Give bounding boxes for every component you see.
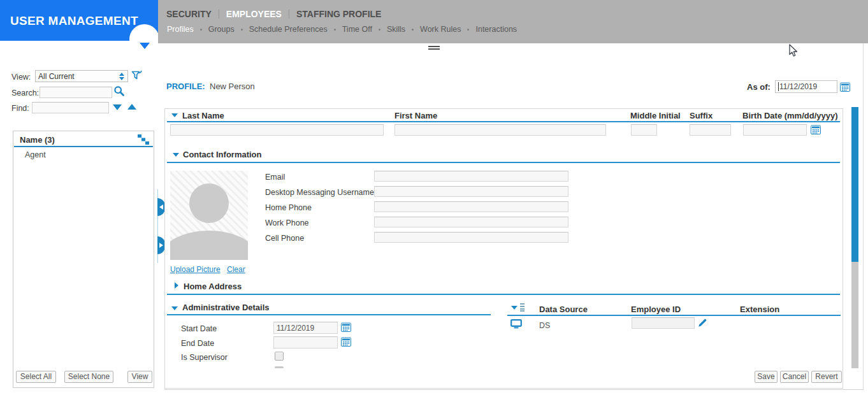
- find-label: Find:: [11, 104, 29, 113]
- filter-icon[interactable]: [131, 70, 142, 81]
- find-previous-icon[interactable]: [127, 104, 136, 110]
- subtab-groups[interactable]: Groups: [208, 25, 235, 34]
- tab-separator: [289, 10, 289, 18]
- calendar-icon[interactable]: [341, 337, 351, 347]
- tree-header: Name (3): [20, 135, 55, 145]
- profile-form-panel: Last Name First Name Middle Initial Suff…: [164, 108, 843, 389]
- content-bottom-border: [164, 389, 864, 390]
- app-title: USER MANAGEMENT: [10, 14, 138, 28]
- start-date-input[interactable]: [273, 322, 338, 334]
- profile-label: PROFILE:: [166, 82, 205, 91]
- section-divider: [167, 294, 840, 295]
- subtab-skills[interactable]: Skills: [387, 25, 405, 34]
- birth-date-input[interactable]: [743, 124, 807, 136]
- desktop-messaging-username-input[interactable]: [374, 186, 568, 197]
- column-list-icon: [520, 303, 524, 312]
- table-menu-icon[interactable]: [511, 306, 517, 310]
- spinner-icon: [119, 73, 124, 80]
- calendar-icon[interactable]: [341, 322, 351, 332]
- chevron-right-icon: [159, 243, 163, 248]
- panel-divider: [14, 146, 153, 147]
- section-divider: [167, 162, 840, 163]
- search-input[interactable]: [40, 87, 112, 98]
- tab-security[interactable]: SECURITY: [166, 9, 212, 19]
- tab-separator: [219, 10, 219, 18]
- chevron-left-icon: [159, 205, 163, 210]
- as-of-label: As of:: [747, 82, 770, 92]
- tab-employees[interactable]: EMPLOYEES: [226, 9, 282, 19]
- hierarchy-icon[interactable]: [138, 134, 149, 145]
- is-supervisor-label: Is Supervisor: [181, 353, 228, 362]
- as-of-input[interactable]: [775, 80, 837, 93]
- start-date-label: Start Date: [181, 324, 217, 333]
- first-name-header: First Name: [394, 111, 437, 120]
- revert-button[interactable]: Revert: [811, 371, 842, 383]
- desktop-messaging-username-label: Desktop Messaging Username: [265, 188, 374, 197]
- calendar-icon[interactable]: [840, 82, 850, 92]
- home-phone-input[interactable]: [374, 201, 568, 212]
- find-input[interactable]: [32, 102, 109, 113]
- last-name-input[interactable]: [170, 124, 384, 136]
- home-phone-label: Home Phone: [265, 203, 312, 212]
- collapse-section-icon[interactable]: [171, 306, 178, 310]
- select-none-button[interactable]: Select None: [64, 371, 113, 383]
- scrollbar-thumb[interactable]: [851, 107, 858, 262]
- save-button[interactable]: Save: [755, 371, 778, 383]
- collapse-section-icon[interactable]: [171, 113, 178, 117]
- subtab-work-rules[interactable]: Work Rules: [420, 25, 461, 34]
- cancel-button[interactable]: Cancel: [780, 371, 809, 383]
- view-button[interactable]: View: [127, 371, 152, 383]
- text-caret: [778, 82, 779, 91]
- chevron-down-icon: [140, 43, 150, 49]
- email-input[interactable]: [374, 171, 568, 182]
- bullet-separator: [412, 29, 414, 31]
- end-date-label: End Date: [181, 339, 214, 348]
- cell-phone-input[interactable]: [374, 232, 568, 243]
- select-all-button[interactable]: Select All: [16, 371, 56, 383]
- subtab-schedule-preferences[interactable]: Schedule Preferences: [249, 25, 328, 34]
- bullet-separator: [467, 29, 469, 31]
- find-next-icon[interactable]: [113, 104, 122, 110]
- name-tree-panel: Name (3) Agent Select All Select None Vi…: [13, 131, 154, 388]
- bullet-separator: [200, 29, 202, 31]
- suffix-input[interactable]: [690, 124, 731, 136]
- bullet-separator: [241, 29, 243, 31]
- tab-staffing-profile[interactable]: STAFFING PROFILE: [296, 9, 382, 19]
- top-nav: SECURITY EMPLOYEES STAFFING PROFILE Prof…: [158, 0, 868, 43]
- work-phone-label: Work Phone: [265, 219, 309, 227]
- end-date-input[interactable]: [273, 336, 338, 348]
- header-collapse-toggle[interactable]: [129, 24, 159, 54]
- subtab-profiles[interactable]: Profiles: [167, 25, 194, 34]
- view-select[interactable]: All Current: [35, 70, 128, 82]
- avatar: [170, 171, 248, 260]
- last-name-header: Last Name: [182, 111, 224, 120]
- is-supervisor-checkbox[interactable]: [275, 352, 284, 361]
- section-divider: [167, 314, 491, 315]
- employee-id-input[interactable]: [632, 317, 695, 329]
- expand-section-icon[interactable]: [175, 282, 178, 289]
- person-silhouette-icon: [170, 171, 248, 260]
- calendar-icon[interactable]: [811, 125, 821, 134]
- middle-initial-input[interactable]: [631, 124, 657, 136]
- birth-date-header: Birth Date (mm/dd/yyyy): [742, 111, 838, 120]
- collapse-section-icon[interactable]: [173, 153, 179, 157]
- vertical-scrollbar[interactable]: [851, 107, 858, 368]
- cell-phone-label: Cell Phone: [265, 234, 304, 243]
- subtab-time-off[interactable]: Time Off: [342, 25, 372, 34]
- home-address-section-title: Home Address: [184, 282, 242, 291]
- app-root: USER MANAGEMENT SECURITY EMPLOYEES STAFF…: [0, 0, 868, 395]
- email-label: Email: [265, 173, 285, 182]
- search-icon[interactable]: [113, 85, 125, 97]
- list-item-agent[interactable]: Agent: [25, 150, 46, 159]
- edit-pencil-icon[interactable]: [698, 318, 707, 327]
- clear-link[interactable]: Clear: [227, 265, 245, 274]
- mouse-cursor: [789, 44, 798, 57]
- work-phone-input[interactable]: [374, 217, 568, 227]
- subtab-interactions[interactable]: Interactions: [475, 25, 517, 34]
- nav-tabs: SECURITY EMPLOYEES STAFFING PROFILE: [166, 9, 381, 19]
- splitter-handle[interactable]: [428, 46, 440, 51]
- employee-id-header: Employee ID: [631, 305, 681, 314]
- upload-picture-link[interactable]: Upload Picture: [170, 265, 221, 274]
- content-right-border: [863, 43, 864, 390]
- first-name-input[interactable]: [394, 124, 606, 136]
